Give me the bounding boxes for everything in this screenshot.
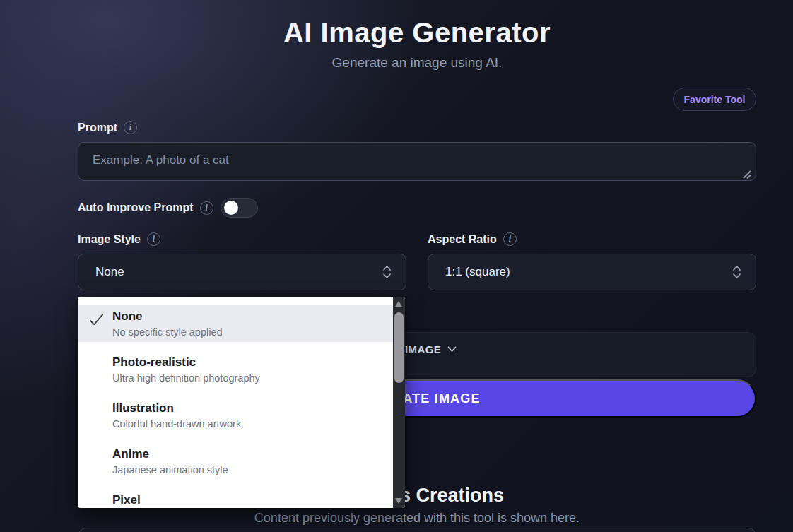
favorite-tool-button[interactable]: Favorite Tool xyxy=(673,88,756,111)
chevron-down-icon xyxy=(447,346,457,353)
image-style-selected-value: None xyxy=(95,265,382,279)
aspect-ratio-label-row: Aspect Ratio i xyxy=(428,232,517,246)
image-style-label-row: Image Style i xyxy=(78,232,160,246)
previous-creations-subtitle: Content previously generated with this t… xyxy=(78,511,756,526)
style-option-pixel[interactable]: Pixel xyxy=(78,489,393,508)
style-option-name: Anime xyxy=(112,446,386,463)
style-option-description: Japanese animation style xyxy=(112,463,386,477)
style-option-list: None No specific style applied Photo-rea… xyxy=(78,297,393,508)
style-option-anime[interactable]: Anime Japanese animation style xyxy=(78,443,393,480)
select-chevrons-icon xyxy=(732,264,741,280)
aspect-ratio-selected-value: 1:1 (square) xyxy=(445,265,732,279)
image-style-select[interactable]: None xyxy=(78,254,406,290)
style-option-photo-realistic[interactable]: Photo-realistic Ultra high definition ph… xyxy=(78,351,393,388)
style-option-none[interactable]: None No specific style applied xyxy=(78,305,393,342)
toggle-knob xyxy=(224,201,238,215)
scroll-down-arrow-icon[interactable] xyxy=(395,498,402,504)
auto-improve-toggle[interactable] xyxy=(221,198,258,218)
prompt-input[interactable] xyxy=(78,142,756,181)
select-chevrons-icon xyxy=(382,264,392,280)
favorite-tool-label: Favorite Tool xyxy=(684,94,746,105)
info-icon[interactable]: i xyxy=(147,232,160,246)
dropdown-scrollbar[interactable] xyxy=(393,297,405,508)
image-style-label: Image Style xyxy=(78,233,141,246)
prompt-label-row: Prompt i xyxy=(78,121,137,134)
resize-handle-icon[interactable] xyxy=(741,168,752,179)
info-icon[interactable]: i xyxy=(200,201,213,215)
style-option-name: None xyxy=(112,308,386,325)
info-icon[interactable]: i xyxy=(124,121,137,134)
style-option-description: Ultra high definition photography xyxy=(112,371,386,385)
previous-creations-panel xyxy=(78,528,756,532)
page-title: AI Image Generator xyxy=(78,17,756,49)
check-icon xyxy=(88,312,105,328)
style-option-description: No specific style applied xyxy=(112,325,386,339)
page-subtitle: Generate an image using AI. xyxy=(78,55,756,71)
style-option-name: Illustration xyxy=(112,400,386,417)
aspect-ratio-select[interactable]: 1:1 (square) xyxy=(428,254,756,290)
prompt-label: Prompt xyxy=(78,122,117,134)
style-option-illustration[interactable]: Illustration Colorful hand-drawn artwork xyxy=(78,397,393,434)
auto-improve-label: Auto Improve Prompt xyxy=(78,201,194,214)
aspect-ratio-label: Aspect Ratio xyxy=(428,233,497,246)
collapsed-section-label: IMAGE xyxy=(405,343,441,355)
ai-image-generator-page: AI Image Generator Generate an image usi… xyxy=(0,0,793,532)
style-option-name: Pixel xyxy=(112,492,386,508)
style-option-description: Colorful hand-drawn artwork xyxy=(112,417,386,431)
style-option-name: Photo-realistic xyxy=(112,354,386,371)
scroll-up-arrow-icon[interactable] xyxy=(395,301,402,307)
info-icon[interactable]: i xyxy=(503,232,517,246)
auto-improve-row: Auto Improve Prompt i xyxy=(78,198,258,218)
scrollbar-thumb[interactable] xyxy=(394,312,404,383)
image-style-dropdown: None No specific style applied Photo-rea… xyxy=(78,297,405,508)
